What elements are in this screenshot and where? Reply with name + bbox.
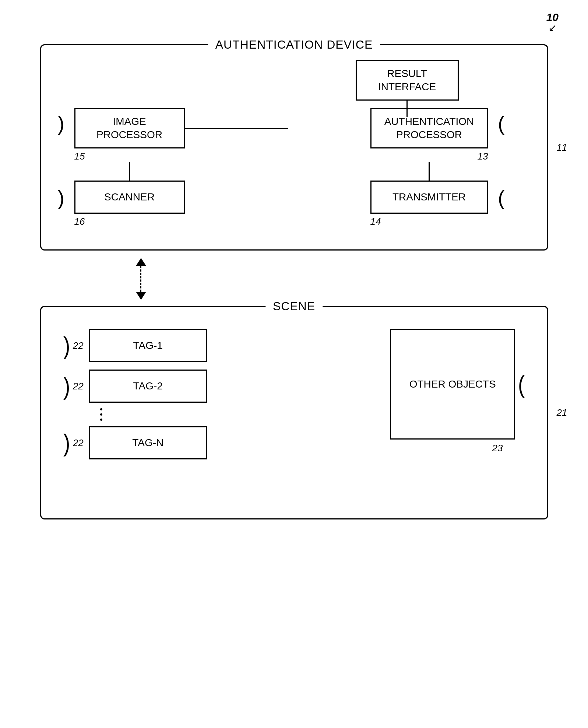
- other-objects-label: OTHER OBJECTS: [409, 378, 496, 390]
- image-processor-bracket: ): [58, 112, 64, 135]
- page: 10 ↙ AUTHENTICATION DEVICE 11 RESULTINTE…: [0, 0, 588, 728]
- tag1-bracket: ): [63, 332, 70, 360]
- auth-processor-bracket: (: [498, 112, 504, 135]
- dot2: [100, 413, 102, 416]
- tag2-bracket: ): [63, 372, 70, 400]
- image-processor-label: IMAGEPROCESSOR: [96, 115, 162, 142]
- transmitter-area: ( TRANSMITTER 14: [370, 181, 488, 227]
- scanner-area: ) SCANNER 16: [74, 181, 185, 227]
- auth-processor-label: AUTHENTICATIONPROCESSOR: [384, 115, 474, 142]
- auth-processor-area: ( AUTHENTICATIONPROCESSOR 13 ( TRANSMITT…: [370, 108, 488, 227]
- other-objects-box: OTHER OBJECTS: [390, 329, 515, 440]
- auth-device-box: AUTHENTICATION DEVICE 11 RESULTINTERFACE…: [40, 44, 548, 251]
- ref-23: 23: [492, 442, 503, 454]
- ref-15: 15: [74, 151, 85, 162]
- tagn-row: ) 22 TAG-N: [63, 426, 207, 459]
- ip-ap-connector: [185, 128, 288, 129]
- arrow-down-head: [136, 292, 146, 300]
- ref-21: 21: [557, 407, 567, 419]
- other-objects-area: OTHER OBJECTS ( 23: [317, 329, 525, 454]
- tag2-row: ) 22 TAG-2: [63, 370, 207, 403]
- scanner-label: SCANNER: [104, 191, 155, 203]
- ref-11: 11: [557, 142, 567, 153]
- image-processor-area: ) IMAGEPROCESSOR 15 ) SCANNER 16: [74, 108, 185, 227]
- auth-processor-box: AUTHENTICATIONPROCESSOR: [370, 108, 488, 148]
- tag2-box: TAG-2: [89, 370, 207, 403]
- result-interface-box: RESULTINTERFACE: [356, 60, 459, 101]
- dot1: [100, 408, 102, 410]
- tags-column: ) 22 TAG-1 ) 22 TAG-2: [63, 329, 294, 459]
- dashed-vertical: [140, 266, 141, 292]
- scene-content: ) 22 TAG-1 ) 22 TAG-2: [63, 329, 525, 459]
- tag1-row: ) 22 TAG-1: [63, 329, 207, 362]
- ap-transmitter-connector: [429, 162, 430, 181]
- transmitter-box: TRANSMITTER: [370, 181, 488, 214]
- ref-22-1: 22: [73, 340, 84, 351]
- scanner-box: SCANNER: [74, 181, 185, 214]
- transmitter-bracket: (: [498, 186, 504, 210]
- tagn-box: TAG-N: [89, 426, 207, 459]
- scanner-bracket: ): [58, 186, 64, 210]
- tag2-label: TAG-2: [133, 380, 163, 392]
- scene-box: SCENE 21 ) 22 TAG-1 ) 22: [40, 306, 548, 519]
- ref-14: 14: [370, 216, 488, 227]
- bidirectional-arrow-section: [40, 258, 548, 298]
- ip-scanner-connector: [129, 162, 130, 181]
- tagn-label: TAG-N: [132, 437, 163, 449]
- tag1-label: TAG-1: [133, 340, 163, 351]
- figure-number-area: 10 ↙: [546, 11, 559, 34]
- auth-device-content: RESULTINTERFACE ) IMAGEPROCESSOR 15 ): [63, 60, 525, 226]
- tagn-bracket: ): [63, 429, 70, 457]
- transmitter-label: TRANSMITTER: [392, 191, 466, 203]
- dots-separator: [100, 408, 102, 421]
- auth-device-label: AUTHENTICATION DEVICE: [208, 38, 380, 52]
- scene-label: SCENE: [265, 300, 323, 313]
- dashed-arrow-container: [136, 258, 146, 300]
- ref-22-2: 22: [73, 381, 84, 392]
- ref-16: 16: [74, 216, 185, 227]
- result-interface-label: RESULTINTERFACE: [378, 67, 436, 94]
- other-objects-wrap: OTHER OBJECTS (: [390, 329, 525, 440]
- dot3: [100, 419, 102, 421]
- ref-22-n: 22: [73, 437, 84, 449]
- other-objects-bracket: (: [518, 370, 525, 399]
- ref-13: 13: [478, 151, 488, 162]
- arrow-up-head: [136, 258, 146, 266]
- image-processor-box: IMAGEPROCESSOR: [74, 108, 185, 148]
- tag1-box: TAG-1: [89, 329, 207, 362]
